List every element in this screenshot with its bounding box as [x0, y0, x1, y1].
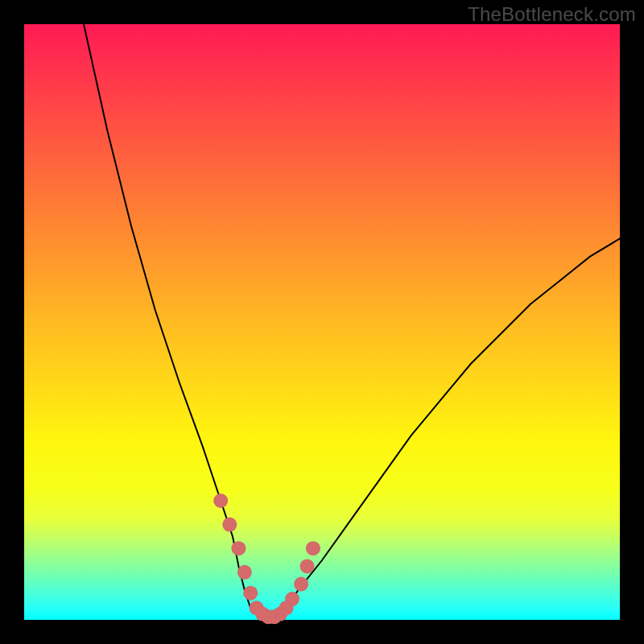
main-curve	[84, 24, 620, 620]
highlight-dot	[243, 586, 258, 601]
chart-plot-area	[24, 24, 620, 620]
highlight-dot	[237, 565, 252, 580]
chart-svg	[24, 24, 620, 620]
highlight-dot	[231, 541, 246, 555]
highlight-dot	[222, 518, 237, 532]
highlight-dot	[300, 559, 315, 573]
highlight-dot	[213, 493, 228, 508]
chart-frame: TheBottleneck.com	[0, 0, 644, 644]
highlight-dot	[285, 592, 299, 606]
highlight-dot	[294, 577, 308, 592]
highlight-dot	[306, 541, 320, 555]
highlight-dots	[213, 493, 320, 624]
watermark-text: TheBottleneck.com	[468, 3, 636, 26]
